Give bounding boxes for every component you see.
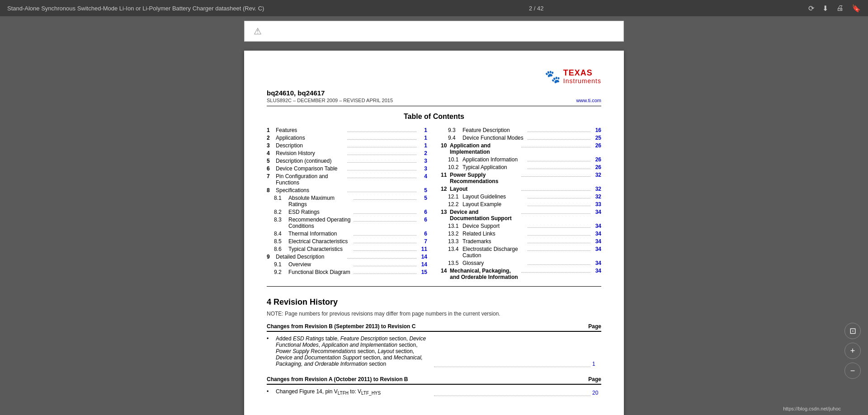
toc-item[interactable]: 13.2Related Links34 (441, 231, 601, 237)
toc-item-label: Applications (276, 135, 345, 141)
toc-item[interactable]: 8.5Electrical Characteristics7 (267, 238, 427, 245)
toc-item[interactable]: 12.2Layout Example33 (441, 201, 601, 208)
toc-item-page[interactable]: 25 (592, 135, 601, 141)
rev-b-items: •Changed Figure 14, pin VLTFH to: VLTF_H… (267, 388, 601, 396)
toc-item-label: Typical Application (462, 164, 526, 170)
toc-item-page[interactable]: 34 (592, 238, 601, 245)
print-icon[interactable]: 🖨 (836, 4, 844, 12)
toc-item[interactable]: 9.2Functional Block Diagram15 (267, 269, 427, 275)
toc-item[interactable]: 13.5Glossary34 (441, 260, 601, 266)
toc-item-label: Typical Characteristics (288, 246, 352, 252)
toc-item[interactable]: 10Application and Implementation26 (441, 142, 601, 155)
toc-item-page[interactable]: 2 (418, 150, 427, 156)
toc-item-page[interactable]: 3 (418, 158, 427, 164)
toc-item[interactable]: 8.2ESD Ratings6 (267, 209, 427, 215)
zoom-fit-button[interactable]: ⊡ (844, 323, 861, 339)
revision-page[interactable]: 1 (592, 361, 601, 367)
toc-item-number: 8.5 (274, 238, 288, 245)
toc-item-page[interactable]: 26 (592, 156, 601, 163)
zoom-out-button[interactable]: − (844, 363, 861, 379)
toc-item-page[interactable]: 32 (592, 193, 601, 200)
toc-item[interactable]: 13.3Trademarks34 (441, 238, 601, 245)
toc-item[interactable]: 3Description1 (267, 142, 427, 149)
toc-item-page[interactable]: 1 (418, 127, 427, 133)
toc-item[interactable]: 14Mechanical, Packaging, and Orderable I… (441, 268, 601, 280)
toc-item-dots (528, 227, 591, 228)
toc-item[interactable]: 1Features1 (267, 127, 427, 133)
toc-item-page[interactable]: 34 (592, 268, 601, 274)
toc-item[interactable]: 9Detailed Description14 (267, 254, 427, 260)
toc-item-number: 1 (267, 127, 276, 133)
toc-item-page[interactable]: 7 (418, 238, 427, 245)
toc-item[interactable]: 12Layout32 (441, 186, 601, 192)
toc-item[interactable]: 9.3Feature Description16 (441, 127, 601, 133)
toc-item[interactable]: 10.1Application Information26 (441, 156, 601, 163)
rev-c-header-page: Page (588, 323, 601, 330)
toc-item[interactable]: 9.1Overview14 (267, 261, 427, 268)
toc-item-dots (347, 155, 417, 155)
bookmark-icon[interactable]: 🔖 (852, 4, 861, 13)
toc-item-page[interactable]: 6 (418, 217, 427, 223)
toc-item[interactable]: 8.3Recommended Operating Conditions6 (267, 217, 427, 229)
toc-item-number: 8.6 (274, 246, 288, 252)
toc-item-page[interactable]: 32 (592, 172, 601, 178)
toc-item-page[interactable]: 1 (418, 142, 427, 149)
toc-item-number: 8 (267, 187, 276, 193)
toc-item-page[interactable]: 5 (418, 195, 427, 201)
toc-item-page[interactable]: 5 (418, 187, 427, 193)
toc-item-number: 9.1 (274, 261, 288, 268)
toc-item-page[interactable]: 15 (418, 269, 427, 275)
revision-page[interactable]: 20 (592, 390, 601, 396)
toc-item-label: Features (276, 127, 345, 133)
toc-item-page[interactable]: 32 (592, 186, 601, 192)
toc-item-page[interactable]: 34 (592, 231, 601, 237)
toc-item-label: Device Functional Modes (462, 135, 526, 141)
toc-item[interactable]: 2Applications1 (267, 135, 427, 141)
toc-item[interactable]: 4Revision History2 (267, 150, 427, 156)
toc-item[interactable]: 8.1Absolute Maximum Ratings5 (267, 195, 427, 208)
toc-item-page[interactable]: 34 (592, 209, 601, 215)
toc-item-page[interactable]: 6 (418, 209, 427, 215)
toc-item-dots (354, 213, 417, 214)
toc-item[interactable]: 11Power Supply Recommendations32 (441, 172, 601, 184)
toc-item-page[interactable]: 34 (592, 260, 601, 266)
toc-item-label: Functional Block Diagram (288, 269, 352, 275)
toc-item-number: 10 (441, 142, 450, 149)
toc-item-page[interactable]: 26 (592, 164, 601, 170)
section4-title: 4 Revision History (267, 297, 601, 307)
toc-item[interactable]: 7Pin Configuration and Functions4 (267, 173, 427, 186)
refresh-icon[interactable]: ⟳ (808, 4, 814, 13)
toc-item-page[interactable]: 11 (418, 246, 427, 252)
toc-item-label: Layout Guidelines (462, 193, 526, 200)
toc-item[interactable]: 12.1Layout Guidelines32 (441, 193, 601, 200)
zoom-in-button[interactable]: + (844, 343, 861, 359)
toc-item[interactable]: 9.4Device Functional Modes25 (441, 135, 601, 141)
toc-item-page[interactable]: 4 (418, 173, 427, 179)
toc-item-page[interactable]: 34 (592, 223, 601, 229)
toc-item-dots (354, 199, 417, 200)
toc-item[interactable]: 10.2Typical Application26 (441, 164, 601, 170)
toc-item-page[interactable]: 16 (592, 127, 601, 133)
download-icon[interactable]: ⬇ (822, 4, 828, 13)
document-title: Stand-Alone Synchronous Switched-Mode Li… (7, 5, 264, 12)
toc-item[interactable]: 5Description (continued)3 (267, 158, 427, 164)
toc-item-number: 7 (267, 173, 276, 179)
toc-item[interactable]: 6Device Comparison Table3 (267, 165, 427, 172)
toc-item-number: 8.4 (274, 231, 288, 237)
toc-item-page[interactable]: 33 (592, 201, 601, 208)
toc-item-page[interactable]: 14 (418, 254, 427, 260)
toc-item-page[interactable]: 6 (418, 231, 427, 237)
website-link[interactable]: www.ti.com (576, 98, 601, 103)
toc-item-page[interactable]: 3 (418, 165, 427, 172)
toc-item[interactable]: 13Device and Documentation Support34 (441, 209, 601, 222)
toc-item-page[interactable]: 34 (592, 246, 601, 252)
toc-item[interactable]: 8.6Typical Characteristics11 (267, 246, 427, 252)
toc-item-page[interactable]: 14 (418, 261, 427, 268)
toc-item-dots (528, 139, 591, 140)
toc-item[interactable]: 13.4Electrostatic Discharge Caution34 (441, 246, 601, 259)
toc-item-page[interactable]: 1 (418, 135, 427, 141)
toc-item[interactable]: 8Specifications5 (267, 187, 427, 193)
toc-item[interactable]: 13.1Device Support34 (441, 223, 601, 229)
toc-item[interactable]: 8.4Thermal Information6 (267, 231, 427, 237)
toc-item-page[interactable]: 26 (592, 142, 601, 149)
